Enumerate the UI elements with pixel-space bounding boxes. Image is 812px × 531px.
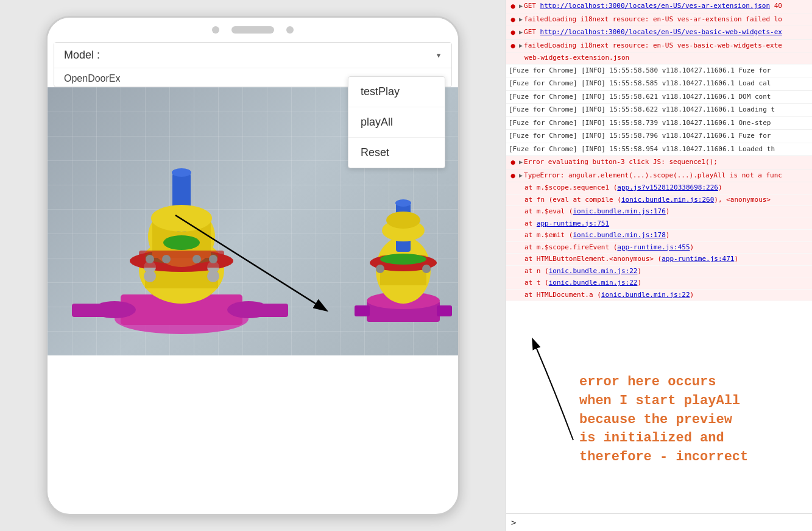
console-entry-11: [Fuze for Chrome] [INFO] 15:55:58.954 v1… xyxy=(506,143,812,157)
annotation-text: error here occurswhen I start playAllbec… xyxy=(579,373,748,467)
dropdown-menu: testPlay playAll Reset xyxy=(348,76,445,168)
console-entry-6: [Fuze for Chrome] [INFO] 15:55:58.585 v1… xyxy=(506,77,812,91)
expand-arrow-12[interactable]: ▶ xyxy=(519,157,523,166)
annotation-arrow-svg xyxy=(518,330,591,452)
sub-entry-4: at app-runtime.js:751 xyxy=(506,218,812,230)
phone-frame: Model : ▾ OpenDoorEx testPlay playAll Re… xyxy=(46,16,460,516)
expand-arrow-3[interactable]: ▶ xyxy=(519,27,523,37)
expand-arrow-2[interactable]: ▶ xyxy=(519,15,523,24)
dropdown-item-testplay[interactable]: testPlay xyxy=(348,77,445,107)
console-entry-9: [Fuze for Chrome] [INFO] 15:55:58.739 v1… xyxy=(506,117,812,130)
sub-entry-2: at fn (eval at compile (ionic.bundle.min… xyxy=(506,194,812,207)
console-entries[interactable]: ● ▶ GET http://localhost:3000/locales/en… xyxy=(506,0,812,361)
entry-text-2: failedLoading i18next resource: en-US ve… xyxy=(524,15,810,25)
error-icon-typeerror: ● xyxy=(509,171,517,180)
app-content: Model : ▾ OpenDoorEx testPlay playAll Re… xyxy=(54,42,452,87)
svg-point-19 xyxy=(172,168,191,177)
console-entry-2: ● ▶ failedLoading i18next resource: en-U… xyxy=(506,13,812,27)
entry-text-6: [Fuze for Chrome] [INFO] 15:55:58.585 v1… xyxy=(509,79,810,89)
console-entry-5: [Fuze for Chrome] [INFO] 15:55:58.580 v1… xyxy=(506,65,812,78)
expand-arrow-1[interactable]: ▶ xyxy=(519,1,523,10)
model-selector[interactable]: Model : ▾ xyxy=(54,43,451,68)
left-panel: Model : ▾ OpenDoorEx testPlay playAll Re… xyxy=(0,0,506,531)
entry-text-9: [Fuze for Chrome] [INFO] 15:55:58.739 v1… xyxy=(509,118,810,129)
sub-entry-10: at HTMLDocument.a (ionic.bundle.min.js:2… xyxy=(506,290,812,302)
console-entry-3: ● ▶ GET http://localhost:3000/locales/en… xyxy=(506,26,812,40)
expand-arrow-typeerror[interactable]: ▶ xyxy=(519,171,523,180)
error-icon-4: ● xyxy=(509,41,517,50)
expand-arrow-4[interactable]: ▶ xyxy=(519,41,523,50)
entry-text-4: failedLoading i18next resource: en-US ve… xyxy=(524,41,810,51)
svg-rect-31 xyxy=(437,305,452,316)
svg-line-43 xyxy=(175,215,316,304)
entry-text-typeerror: TypeError: angular.element(...).scope(..… xyxy=(524,171,810,181)
entry-text-1: GET http://localhost:3000/locales/en-US/… xyxy=(524,1,810,12)
svg-point-15 xyxy=(144,270,156,282)
entry-text-10: [Fuze for Chrome] [INFO] 15:55:58.796 v1… xyxy=(509,131,810,141)
console-entry-10: [Fuze for Chrome] [INFO] 15:55:58.796 v1… xyxy=(506,130,812,143)
console-entry-4: ● ▶ failedLoading i18next resource: en-U… xyxy=(506,40,812,53)
right-panel: ● ▶ GET http://localhost:3000/locales/en… xyxy=(506,0,812,531)
annotation-block: error here occurswhen I start playAllbec… xyxy=(579,373,748,467)
diagonal-arrow xyxy=(169,209,340,319)
sub-entry-1: at m.$scope.sequence1 (app.js?v152812033… xyxy=(506,182,812,194)
svg-point-39 xyxy=(422,265,431,273)
svg-point-38 xyxy=(376,265,384,273)
svg-point-35 xyxy=(380,254,426,265)
entry-text-8: [Fuze for Chrome] [INFO] 15:55:58.622 v1… xyxy=(509,105,810,115)
console-entry-7: [Fuze for Chrome] [INFO] 15:55:58.621 v1… xyxy=(506,91,812,104)
error-icon-2: ● xyxy=(509,15,517,24)
sub-entry-5: at m.$emit (ionic.bundle.min.js:178) xyxy=(506,230,812,242)
phone-camera xyxy=(212,26,219,34)
sub-entry-3: at m.$eval (ionic.bundle.min.js:176) xyxy=(506,206,812,218)
console-entry-12: ● ▶ Error evaluating button-3 click JS: … xyxy=(506,156,812,169)
dropdown-item-playall[interactable]: playAll xyxy=(348,107,445,138)
phone-top-bar xyxy=(48,18,458,42)
model-dropdown-arrow-icon[interactable]: ▾ xyxy=(436,49,442,61)
error-icon-12: ● xyxy=(509,158,517,166)
svg-point-23 xyxy=(146,255,154,263)
error-icon-3: ● xyxy=(509,28,517,37)
svg-rect-5 xyxy=(72,304,118,317)
prompt-symbol: > xyxy=(511,518,516,527)
model-label: Model : xyxy=(64,49,100,62)
svg-point-41 xyxy=(386,212,420,229)
console-entry-typeerror: ● ▶ TypeError: angular.element(...).scop… xyxy=(506,169,812,183)
svg-rect-30 xyxy=(355,305,370,316)
sub-entry-9: at t (ionic.bundle.min.js:22) xyxy=(506,277,812,290)
console-prompt[interactable]: > xyxy=(506,513,812,531)
phone-speaker xyxy=(231,26,274,34)
dropdown-item-reset[interactable]: Reset xyxy=(348,138,445,168)
entry-text-11: [Fuze for Chrome] [INFO] 15:55:58.954 v1… xyxy=(509,144,810,155)
entry-text-3: GET http://localhost:3000/locales/en-US/… xyxy=(524,27,810,38)
sub-entry-6: at m.$scope.fireEvent (app-runtime.js:45… xyxy=(506,242,812,254)
annotation-area: error here occurswhen I start playAllbec… xyxy=(506,361,812,513)
console-input[interactable] xyxy=(520,518,807,527)
svg-point-37 xyxy=(395,199,411,207)
sub-entry-7: at HTMLButtonElement.<anonymous> (app-ru… xyxy=(506,254,812,266)
console-entry-1: ● ▶ GET http://localhost:3000/locales/en… xyxy=(506,0,812,13)
entry-text-7: [Fuze for Chrome] [INFO] 15:55:58.621 v1… xyxy=(509,92,810,102)
entry-text-12: Error evaluating button-3 click JS: sequ… xyxy=(524,157,810,168)
entry-text-5: [Fuze for Chrome] [INFO] 15:55:58.580 v1… xyxy=(509,66,810,76)
console-entry-8: [Fuze for Chrome] [INFO] 15:55:58.622 v1… xyxy=(506,104,812,117)
sub-entry-8: at n (ionic.bundle.min.js:22) xyxy=(506,266,812,278)
phone-camera-right xyxy=(286,26,294,34)
sub-entry-webwidgets: web-widgets-extension.json xyxy=(506,52,812,65)
error-icon-1: ● xyxy=(509,2,517,10)
